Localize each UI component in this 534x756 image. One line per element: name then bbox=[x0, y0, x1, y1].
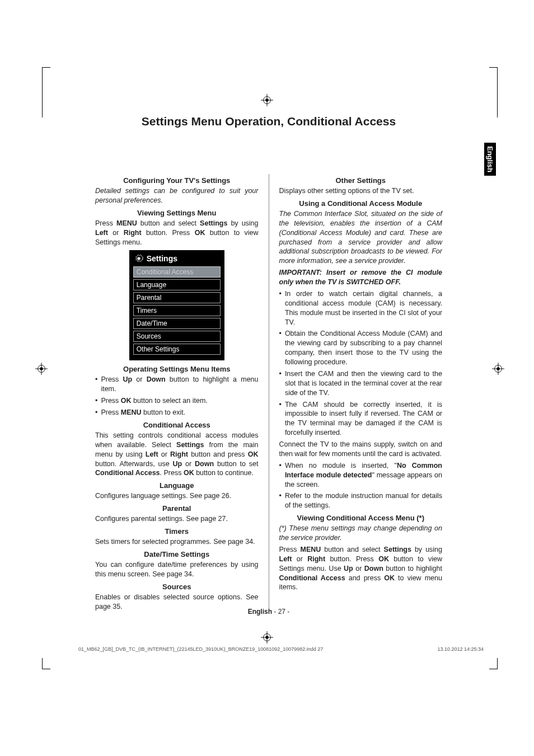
print-filename: 01_MB62_[GB]_DVB_TC_(IB_INTERNET)_(22145… bbox=[78, 646, 323, 652]
key-menu: MENU bbox=[116, 219, 137, 227]
gear-icon bbox=[134, 254, 143, 263]
print-timestamp: 13.10.2012 14:25:34 bbox=[437, 646, 484, 652]
heading-configuring: Configuring Your TV's Settings bbox=[95, 176, 259, 185]
bullet-exit: •Press MENU button to exit. bbox=[95, 408, 259, 417]
page-content: Settings Menu Operation, Conditional Acc… bbox=[95, 115, 442, 613]
key-ok: OK bbox=[195, 229, 205, 237]
parental-text: Configures parental settings. See page 2… bbox=[95, 514, 259, 524]
cam-important: IMPORTANT: Insert or remove the CI modul… bbox=[279, 268, 443, 287]
cam-bullet-3: •Insert the CAM and then the viewing car… bbox=[279, 369, 443, 398]
menu-item-parental: Parental bbox=[133, 292, 221, 303]
menu-item-other: Other Settings bbox=[133, 344, 221, 355]
conditional-access-text: This setting controls conditional access… bbox=[95, 431, 259, 478]
registration-mark-icon bbox=[35, 363, 48, 375]
settings-menu-title: Settings bbox=[131, 252, 223, 266]
registration-mark-icon bbox=[492, 363, 504, 375]
crop-mark bbox=[489, 67, 498, 118]
right-column: Other Settings Displays other setting op… bbox=[279, 173, 443, 613]
crop-mark bbox=[42, 658, 50, 669]
menu-item-timers: Timers bbox=[133, 305, 221, 316]
cam-connect: Connect the TV to the mains supply, swit… bbox=[279, 440, 443, 459]
heading-sources: Sources bbox=[95, 583, 259, 591]
datetime-text: You can configure date/time preferences … bbox=[95, 560, 259, 579]
viewing-instructions: Press MENU button and select Settings by… bbox=[95, 219, 259, 247]
print-metadata: 01_MB62_[GB]_DVB_TC_(IB_INTERNET)_(22145… bbox=[78, 646, 484, 652]
menu-item-conditional-access: Conditional Access bbox=[133, 266, 221, 278]
heading-using-cam: Using a Conditional Access Module bbox=[279, 199, 443, 208]
crop-mark bbox=[489, 658, 498, 669]
column-divider bbox=[269, 174, 269, 613]
settings-menu-title-text: Settings bbox=[147, 254, 177, 263]
heading-view-ca-menu: Viewing Conditional Access Menu (*) bbox=[279, 514, 443, 522]
registration-mark-icon bbox=[261, 631, 273, 644]
two-column-layout: Configuring Your TV's Settings Detailed … bbox=[95, 173, 442, 613]
intro-text: Detailed settings can be configured to s… bbox=[95, 186, 259, 205]
footer-language: English bbox=[248, 608, 272, 616]
other-settings-text: Displays other setting options of the TV… bbox=[279, 186, 443, 196]
text: Press bbox=[95, 219, 116, 227]
heading-datetime: Date/Time Settings bbox=[95, 550, 259, 558]
language-text: Configures language settings. See page 2… bbox=[95, 491, 259, 501]
text: button and select bbox=[137, 219, 200, 227]
heading-language: Language bbox=[95, 481, 259, 490]
view-ca-instructions: Press MENU button and select Settings by… bbox=[279, 545, 443, 592]
heading-other-settings: Other Settings bbox=[279, 176, 443, 185]
text: by using bbox=[227, 219, 258, 227]
menu-item-sources: Sources bbox=[133, 331, 221, 342]
heading-parental: Parental bbox=[95, 504, 259, 513]
page-title: Settings Menu Operation, Conditional Acc… bbox=[95, 115, 442, 128]
cam-bullet-2: •Obtain the Conditional Access Module (C… bbox=[279, 329, 443, 367]
crop-mark bbox=[42, 67, 50, 118]
timers-text: Sets timers for selected programmes. See… bbox=[95, 537, 259, 547]
language-tab: English bbox=[484, 143, 496, 176]
registration-mark-icon bbox=[261, 94, 273, 106]
settings-menu-screenshot: Settings Conditional Access Language Par… bbox=[129, 250, 224, 360]
heading-operating: Operating Settings Menu Items bbox=[95, 365, 259, 373]
svg-point-16 bbox=[138, 257, 140, 260]
left-column: Configuring Your TV's Settings Detailed … bbox=[95, 173, 259, 613]
bullet-select: •Press OK button to select an item. bbox=[95, 396, 259, 406]
key-left: Left bbox=[95, 229, 108, 237]
cam-bullet-6: •Refer to the module instruction manual … bbox=[279, 491, 443, 510]
footer-page-number: - 27 - bbox=[272, 608, 289, 616]
heading-timers: Timers bbox=[95, 527, 259, 536]
view-ca-note: (*) These menu settings may change depen… bbox=[279, 524, 443, 543]
key-right: Right bbox=[124, 229, 142, 237]
settings-menu-items: Conditional Access Language Parental Tim… bbox=[131, 266, 223, 359]
cam-bullet-1: •In order to watch certain digital chann… bbox=[279, 289, 443, 327]
bullet-highlight: •Press Up or Down button to highlight a … bbox=[95, 375, 259, 394]
text: or bbox=[108, 229, 124, 237]
heading-viewing-menu: Viewing Settings Menu bbox=[95, 209, 259, 217]
key-settings: Settings bbox=[200, 219, 227, 227]
cam-intro: The Common Interface Slot, situated on t… bbox=[279, 209, 443, 266]
menu-item-language: Language bbox=[133, 279, 221, 290]
heading-conditional-access: Conditional Access bbox=[95, 421, 259, 429]
cam-bullet-4: •The CAM should be correctly inserted, i… bbox=[279, 400, 443, 438]
text: button. Press bbox=[142, 229, 195, 237]
page-footer: English - 27 - bbox=[95, 608, 442, 616]
cam-bullet-5: •When no module is inserted, "No Common … bbox=[279, 461, 443, 490]
menu-item-datetime: Date/Time bbox=[133, 318, 221, 329]
